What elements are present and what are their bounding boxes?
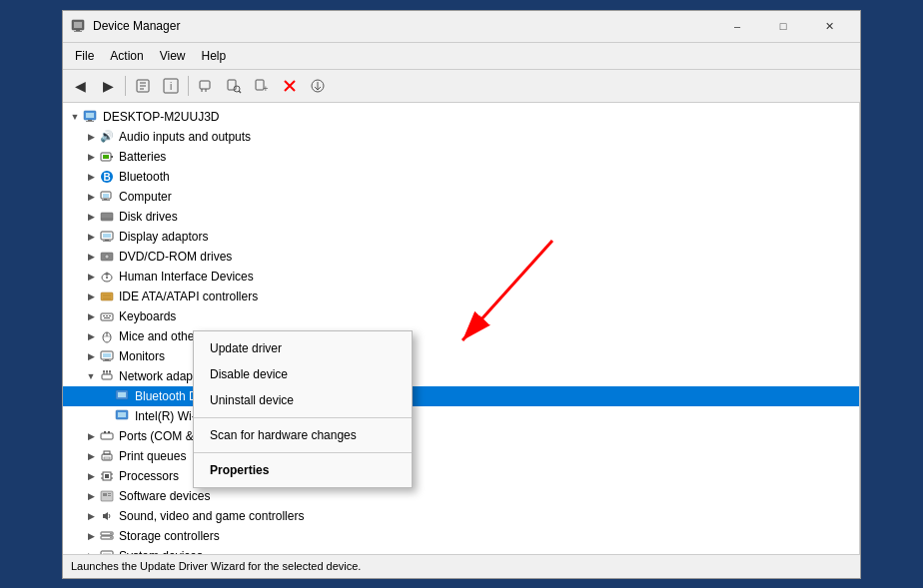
tree-sound[interactable]: ▶ Sound, video and game controllers <box>63 506 859 526</box>
tree-batteries[interactable]: ▶ Batteries <box>63 147 859 167</box>
tree-dvd[interactable]: ▶ DVD/CD-ROM drives <box>63 247 859 267</box>
tree-print[interactable]: ▶ Print queues <box>63 446 859 466</box>
menu-file[interactable]: File <box>67 45 102 67</box>
menu-action[interactable]: Action <box>102 45 151 67</box>
ctx-disable-device[interactable]: Disable device <box>194 361 412 387</box>
svg-rect-30 <box>103 194 109 198</box>
menu-view[interactable]: View <box>152 45 194 67</box>
svg-point-63 <box>103 370 105 372</box>
scan-changes-button[interactable] <box>221 74 247 98</box>
menu-bar: File Action View Help <box>63 43 860 70</box>
status-bar: Launches the Update Driver Wizard for th… <box>63 554 860 578</box>
expand-disk[interactable]: ▶ <box>83 209 99 225</box>
minimize-button[interactable]: – <box>714 10 760 42</box>
svg-point-42 <box>106 277 108 279</box>
svg-rect-57 <box>105 359 109 360</box>
tree-display[interactable]: ▶ Display adaptors <box>63 227 859 247</box>
tree-system[interactable]: ▶ System devices <box>63 546 859 554</box>
ctx-scan-changes[interactable]: Scan for hardware changes <box>194 422 412 448</box>
svg-rect-26 <box>103 155 109 159</box>
properties-button[interactable] <box>130 74 156 98</box>
maximize-button[interactable]: □ <box>760 10 806 42</box>
monitor-icon <box>99 348 115 364</box>
tree-software[interactable]: ▶ Software devices <box>63 486 859 506</box>
expand-bluetooth[interactable]: ▶ <box>83 169 99 185</box>
expand-storage[interactable]: ▶ <box>83 528 99 544</box>
tree-audio[interactable]: ▶ Audio inputs and outputs <box>63 127 859 147</box>
update-driver-button[interactable]: i <box>158 74 184 98</box>
expand-computer[interactable]: ▶ <box>83 189 99 205</box>
svg-rect-38 <box>103 241 111 242</box>
bluetooth-adapter-icon <box>115 388 131 404</box>
software-icon <box>99 488 115 504</box>
add-device-button[interactable]: + <box>249 74 275 98</box>
tree-keyboard[interactable]: ▶ Keyboards <box>63 306 859 326</box>
tree-bluetooth-adapter[interactable]: Bluetooth Device (Personal Area Ne... <box>63 386 859 406</box>
svg-rect-33 <box>101 213 113 221</box>
svg-rect-48 <box>103 315 105 316</box>
battery-icon <box>99 149 115 165</box>
expand-sound[interactable]: ▶ <box>83 508 99 524</box>
svg-point-90 <box>110 536 111 537</box>
tree-hid[interactable]: ▶ Human Interface Devices <box>63 267 859 287</box>
expand-batteries[interactable]: ▶ <box>83 149 99 165</box>
device-tree[interactable]: ▼ DESKTOP-M2UUJ3D ▶ Audio inputs and out… <box>63 103 860 554</box>
tree-mouse[interactable]: ▶ Mice and other pointing devices <box>63 326 859 346</box>
svg-rect-59 <box>102 374 112 379</box>
expand-ide[interactable]: ▶ <box>83 289 99 304</box>
tree-root[interactable]: ▼ DESKTOP-M2UUJ3D <box>63 107 859 127</box>
svg-line-15 <box>239 91 241 93</box>
computer-icon <box>83 109 99 125</box>
svg-rect-71 <box>104 431 106 433</box>
expand-keyboard[interactable]: ▶ <box>83 308 99 324</box>
expand-dvd[interactable]: ▶ <box>83 249 99 265</box>
tree-ports[interactable]: ▶ Ports (COM & LPT) <box>63 426 859 446</box>
tree-network[interactable]: ▼ Network adapters <box>63 366 859 386</box>
driver-update-button[interactable] <box>305 74 331 98</box>
back-button[interactable]: ◀ <box>67 74 93 98</box>
svg-text:B: B <box>103 172 110 183</box>
show-hidden-button[interactable] <box>193 74 219 98</box>
forward-button[interactable]: ▶ <box>95 74 121 98</box>
tree-processors[interactable]: ▶ Processors <box>63 466 859 486</box>
tree-intel-wifi[interactable]: Intel(R) Wi-Fi 6... <box>63 406 859 426</box>
expand-ports[interactable]: ▶ <box>83 428 99 444</box>
expand-display[interactable]: ▶ <box>83 229 99 245</box>
svg-rect-70 <box>101 433 113 439</box>
svg-rect-49 <box>106 315 108 316</box>
tree-bluetooth[interactable]: ▶ B Bluetooth <box>63 167 859 187</box>
svg-text:i: i <box>170 81 172 92</box>
ctx-properties[interactable]: Properties <box>194 457 412 483</box>
keyboard-label: Keyboards <box>119 309 176 323</box>
expand-hid[interactable]: ▶ <box>83 269 99 285</box>
remove-device-button[interactable] <box>277 74 303 98</box>
ctx-uninstall-device[interactable]: Uninstall device <box>194 387 412 413</box>
expand-audio[interactable]: ▶ <box>83 129 99 145</box>
expand-software[interactable]: ▶ <box>83 488 99 504</box>
expand-network[interactable]: ▼ <box>83 368 99 384</box>
tree-storage[interactable]: ▶ Storage controllers <box>63 526 859 546</box>
svg-rect-84 <box>108 493 111 494</box>
expand-print[interactable]: ▶ <box>83 448 99 464</box>
tree-computer[interactable]: ▶ Computer <box>63 187 859 207</box>
keyboard-icon <box>99 308 115 324</box>
expand-monitors[interactable]: ▶ <box>83 348 99 364</box>
ctx-separator-2 <box>194 452 412 453</box>
expand-mouse[interactable]: ▶ <box>83 328 99 344</box>
svg-point-64 <box>106 370 108 372</box>
svg-rect-83 <box>103 493 107 496</box>
mouse-icon <box>99 328 115 344</box>
ctx-update-driver[interactable]: Update driver <box>194 335 412 361</box>
monitors-label: Monitors <box>119 349 165 363</box>
disk-label: Disk drives <box>119 210 178 224</box>
expand-processors[interactable]: ▶ <box>83 468 99 484</box>
svg-rect-37 <box>105 240 109 241</box>
tree-ide[interactable]: ▶ IDE ATA/ATAPI controllers <box>63 287 859 306</box>
tree-monitors[interactable]: ▶ Monitors <box>63 346 859 366</box>
tree-disk[interactable]: ▶ Disk drives <box>63 207 859 227</box>
close-button[interactable]: ✕ <box>806 10 852 42</box>
expand-root[interactable]: ▼ <box>67 109 83 125</box>
print-icon <box>99 448 115 464</box>
svg-rect-2 <box>76 30 80 31</box>
menu-help[interactable]: Help <box>194 45 235 67</box>
